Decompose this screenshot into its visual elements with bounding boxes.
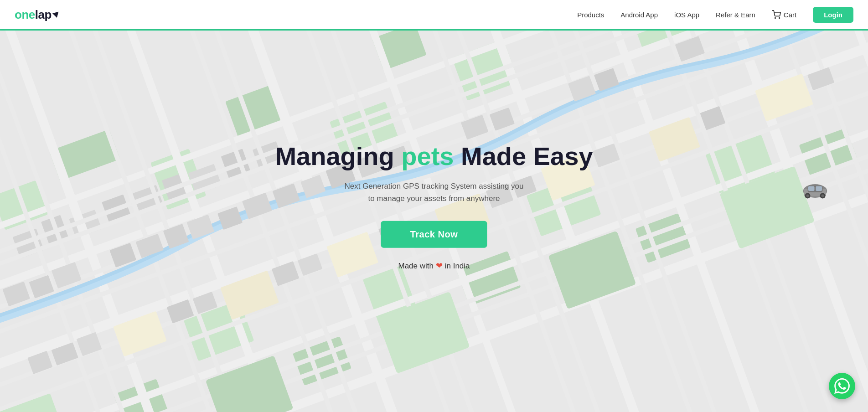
car-icon xyxy=(801,181,829,202)
nav-links: Products Android App iOS App Refer & Ear… xyxy=(577,7,853,23)
logo-arrow-icon xyxy=(52,10,61,18)
svg-point-130 xyxy=(822,194,824,197)
navbar: onelap Products Android App iOS App Refe… xyxy=(0,0,868,29)
logo[interactable]: onelap xyxy=(15,8,59,22)
login-button[interactable]: Login xyxy=(813,7,853,23)
made-with-prefix: Made with xyxy=(398,262,433,270)
made-with-text: Made with ❤ in India xyxy=(275,261,593,271)
made-with-suffix: in India xyxy=(445,262,470,270)
track-now-button[interactable]: Track Now xyxy=(381,221,487,248)
hero-subtitle: Next Generation GPS tracking System assi… xyxy=(275,180,593,205)
cart-icon xyxy=(772,10,781,19)
whatsapp-icon xyxy=(834,378,850,394)
nav-android-app[interactable]: Android App xyxy=(620,11,658,19)
hero-subtitle-line2: to manage your assets from anywhere xyxy=(368,194,500,203)
nav-cart[interactable]: Cart xyxy=(772,10,796,19)
hero-title: Managing pets Made Easy xyxy=(275,141,593,171)
nav-ios-app[interactable]: iOS App xyxy=(674,11,699,19)
hero-section: Managing pets Made Easy Next Generation … xyxy=(0,0,868,412)
hero-content: Managing pets Made Easy Next Generation … xyxy=(275,141,593,271)
svg-rect-126 xyxy=(816,186,822,191)
logo-one: one xyxy=(15,8,35,21)
hero-title-part1: Managing xyxy=(275,142,401,170)
hero-title-part2: Made Easy xyxy=(454,142,593,170)
whatsapp-button[interactable] xyxy=(829,373,855,399)
nav-refer-earn[interactable]: Refer & Earn xyxy=(716,11,755,19)
logo-lap: lap xyxy=(35,8,52,21)
svg-point-128 xyxy=(806,194,809,197)
svg-point-1 xyxy=(779,18,780,19)
nav-products[interactable]: Products xyxy=(577,11,604,19)
svg-rect-125 xyxy=(808,186,815,191)
svg-point-0 xyxy=(775,18,775,19)
hero-subtitle-line1: Next Generation GPS tracking System assi… xyxy=(344,182,523,191)
cart-label: Cart xyxy=(784,11,796,19)
navbar-divider xyxy=(0,29,868,31)
logo-text: onelap xyxy=(15,8,52,22)
heart-icon: ❤ xyxy=(436,261,445,270)
hero-title-highlight: pets xyxy=(401,142,454,170)
